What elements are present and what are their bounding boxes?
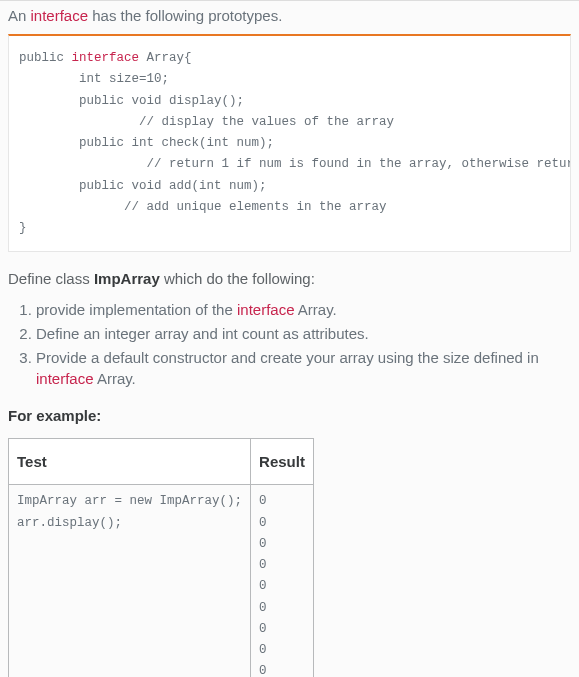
code-line: // return 1 if num is found in the array… <box>19 157 571 171</box>
list-item: Provide a default constructor and create… <box>36 347 571 389</box>
example-label: For example: <box>8 407 571 424</box>
define-class-line: Define class ImpArray which do the follo… <box>8 270 571 287</box>
table-cell-result: 0 0 0 0 0 0 0 0 0 0 <box>251 485 314 677</box>
code-line: Array{ <box>139 51 192 65</box>
keyword-interface: interface <box>31 7 89 24</box>
table-header-test: Test <box>9 439 251 485</box>
list-item: Define an integer array and int count as… <box>36 323 571 344</box>
table-header-result: Result <box>251 439 314 485</box>
code-line: public <box>19 51 72 65</box>
keyword-interface: interface <box>237 301 295 318</box>
define-suffix: which do the following: <box>160 270 315 287</box>
code-line: public int check(int num); <box>19 136 274 150</box>
keyword-interface: interface <box>36 370 94 387</box>
table-row: ImpArray arr = new ImpArray(); arr.displ… <box>9 485 314 677</box>
req-text: provide implementation of the interface … <box>36 301 337 318</box>
table-header-row: Test Result <box>9 439 314 485</box>
req-text-part: Provide a default constructor and create… <box>36 349 539 366</box>
req-text: Define an integer array and int count as… <box>36 325 369 342</box>
example-table: Test Result ImpArray arr = new ImpArray(… <box>8 438 314 677</box>
code-line: public void display(); <box>19 94 244 108</box>
document-container: An interface has the following prototype… <box>0 0 579 677</box>
intro-text-after: has the following prototypes. <box>88 7 282 24</box>
code-line: // add unique elements in the array <box>19 200 387 214</box>
requirements-list: provide implementation of the interface … <box>8 299 571 389</box>
keyword-interface: interface <box>72 51 140 65</box>
table-cell-test: ImpArray arr = new ImpArray(); arr.displ… <box>9 485 251 677</box>
req-text-part: provide implementation of the <box>36 301 237 318</box>
class-name: ImpArray <box>94 270 160 287</box>
req-text: Provide a default constructor and create… <box>36 349 539 387</box>
list-item: provide implementation of the interface … <box>36 299 571 320</box>
req-text-part: Array. <box>94 370 136 387</box>
req-text-part: Array. <box>295 301 337 318</box>
code-line: } <box>19 221 27 235</box>
intro-text-before: An <box>8 7 31 24</box>
code-block: public interface Array{ int size=10; pub… <box>8 34 571 252</box>
code-line: int size=10; <box>19 72 169 86</box>
code-line: // display the values of the array <box>19 115 394 129</box>
intro-paragraph: An interface has the following prototype… <box>8 7 571 24</box>
code-line: public void add(int num); <box>19 179 267 193</box>
define-prefix: Define class <box>8 270 94 287</box>
